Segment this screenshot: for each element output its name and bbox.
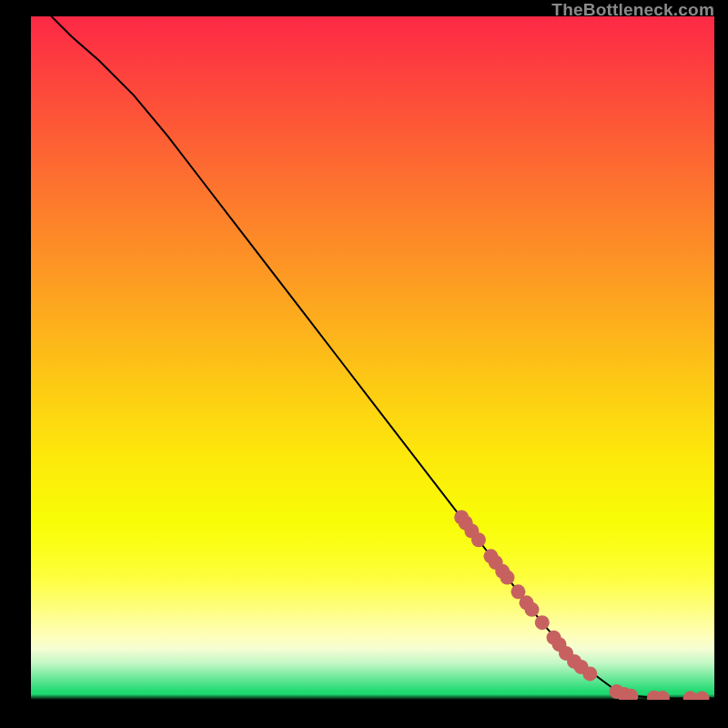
data-dot (500, 571, 514, 585)
data-dot (582, 666, 597, 681)
data-dot (524, 602, 539, 617)
data-dot (535, 615, 550, 630)
data-dot (471, 532, 486, 547)
chart-svg (31, 16, 714, 700)
chart-frame: TheBottleneck.com (0, 0, 728, 728)
gradient-background (31, 16, 714, 700)
plot-area (31, 16, 714, 700)
